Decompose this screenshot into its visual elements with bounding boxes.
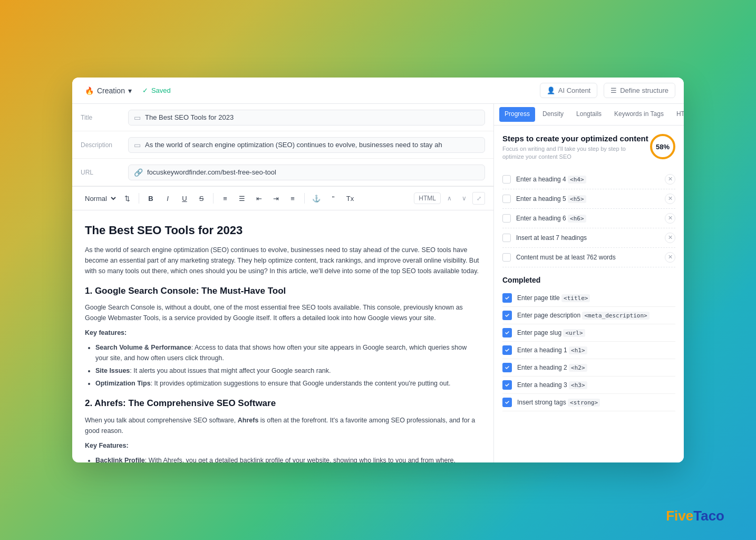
ordered-list-button[interactable]: ☰ — [235, 191, 249, 206]
step-checkbox-h5[interactable] — [502, 195, 511, 203]
check-icon — [502, 380, 512, 390]
tab-html-tags[interactable]: HTML Tags — [670, 104, 684, 125]
format-arrows-icon: ⇅ — [120, 191, 134, 206]
toolbar-divider-1 — [139, 193, 139, 204]
completed-item-description: Enter page description <meta_description… — [502, 307, 675, 324]
url-input-area[interactable]: 🔗 — [128, 165, 485, 180]
title-input-area[interactable]: ▭ — [128, 110, 485, 126]
check-icon — [502, 328, 512, 338]
description-input[interactable] — [145, 141, 479, 149]
unordered-list-button[interactable]: ≡ — [218, 191, 232, 206]
app-container: 🔥 Creation ▾ ✓ Saved 👤 AI Content ☰ Defi… — [72, 78, 684, 462]
html-button[interactable]: HTML — [414, 192, 441, 204]
step-checkbox-wordcount[interactable] — [502, 253, 511, 262]
underline-button[interactable]: U — [177, 191, 192, 206]
section2-key-features: Key Features: — [85, 440, 481, 451]
meta-fields: Title ▭ Description ▭ URL � — [72, 104, 493, 187]
brand-part2: Taco — [693, 508, 724, 524]
step-checkbox-h6[interactable] — [502, 214, 511, 223]
step-dismiss-h4[interactable]: ✕ — [665, 174, 675, 185]
quote-button[interactable]: " — [326, 191, 341, 206]
step-item-h4: Enter a heading 4 <h4> ✕ — [502, 170, 675, 189]
tab-longtails[interactable]: Longtails — [570, 104, 608, 125]
indent-right-button[interactable]: ⇥ — [268, 191, 283, 206]
article-intro: As the world of search engine optimizati… — [85, 245, 481, 276]
step-label-wordcount: Content must be at least 762 words — [516, 254, 660, 261]
saved-label: Saved — [151, 86, 171, 94]
step-checkbox-7headings[interactable] — [502, 234, 511, 242]
completed-item-h3: Enter a heading 3 <h3> — [502, 377, 675, 394]
undo-button[interactable]: ∧ — [443, 192, 455, 205]
completed-item-h2: Enter a heading 2 <h2> — [502, 359, 675, 377]
description-label: Description — [81, 141, 128, 149]
step-dismiss-wordcount[interactable]: ✕ — [665, 252, 675, 263]
step-item-h5: Enter a heading 5 <h5> ✕ — [502, 189, 675, 209]
progress-subtitle: Focus on writing and I'll take you step … — [502, 145, 639, 161]
list-item: Search Volume & Performance: Access to d… — [95, 342, 481, 363]
title-label: Title — [81, 114, 128, 121]
check-icon — [502, 293, 512, 303]
list-icon: ☰ — [610, 86, 617, 94]
define-structure-button[interactable]: ☰ Define structure — [604, 83, 675, 98]
progress-header: Steps to create your optimized content F… — [502, 134, 675, 161]
top-bar: 🔥 Creation ▾ ✓ Saved 👤 AI Content ☰ Defi… — [72, 78, 684, 104]
creation-label: Creation — [97, 86, 125, 95]
content-area[interactable]: The Best SEO Tools for 2023 As the world… — [72, 210, 493, 462]
tab-progress[interactable]: Progress — [499, 107, 535, 122]
step-dismiss-7headings[interactable]: ✕ — [665, 233, 675, 243]
title-icon: ▭ — [134, 113, 141, 122]
align-button[interactable]: ≡ — [285, 191, 300, 206]
progress-title: Steps to create your optimized content — [502, 134, 648, 143]
step-item-7headings: Insert at least 7 headings ✕ — [502, 228, 675, 248]
check-icon — [502, 311, 512, 320]
right-panel: Progress Density Longtails Keywords in T… — [494, 104, 684, 462]
editor-panel: Title ▭ Description ▭ URL � — [72, 104, 494, 462]
title-row: Title ▭ — [72, 104, 493, 131]
define-structure-label: Define structure — [620, 86, 668, 94]
branding: FiveTaco — [666, 508, 724, 524]
description-input-area[interactable]: ▭ — [128, 137, 485, 153]
section1-features-list: Search Volume & Performance: Access to d… — [95, 342, 481, 389]
toolbar-divider-3 — [304, 193, 305, 204]
list-item: Backlink Profile: With Ahrefs, you get a… — [95, 455, 481, 462]
tab-keywords-in-tags[interactable]: Keywords in Tags — [608, 104, 670, 125]
step-checkbox-h4[interactable] — [502, 175, 511, 184]
flame-icon: 🔥 — [85, 86, 94, 95]
format-select[interactable]: Normal — [81, 193, 118, 204]
link-button[interactable]: ⚓ — [309, 191, 324, 206]
step-label-h5: Enter a heading 5 <h5> — [516, 195, 660, 202]
completed-label-strong: Insert strong tags <strong> — [517, 399, 600, 406]
completed-item-strong: Insert strong tags <strong> — [502, 394, 675, 411]
italic-button[interactable]: I — [160, 191, 175, 206]
completed-label-description: Enter page description <meta_description… — [517, 312, 650, 319]
section2-features-list: Backlink Profile: With Ahrefs, you get a… — [95, 455, 481, 462]
step-item-h6: Enter a heading 6 <h6> ✕ — [502, 209, 675, 228]
url-input[interactable] — [147, 168, 479, 176]
step-dismiss-h6[interactable]: ✕ — [665, 213, 675, 224]
section1-intro: Google Search Console is, without a doub… — [85, 302, 481, 323]
saved-badge: ✓ Saved — [142, 86, 171, 94]
right-tabs: Progress Density Longtails Keywords in T… — [494, 104, 684, 126]
completed-item-slug: Enter page slug <url> — [502, 324, 675, 342]
strikethrough-button[interactable]: S — [194, 191, 209, 206]
progress-circle: 58% — [650, 134, 675, 159]
bold-button[interactable]: B — [143, 191, 158, 206]
tab-density[interactable]: Density — [536, 104, 570, 125]
list-item: Site Issues: It alerts you about issues … — [95, 365, 481, 376]
pending-steps-list: Enter a heading 4 <h4> ✕ Enter a heading… — [502, 170, 675, 267]
ai-content-button[interactable]: 👤 AI Content — [540, 83, 597, 98]
step-dismiss-h5[interactable]: ✕ — [665, 194, 675, 204]
expand-button[interactable]: ⤢ — [472, 192, 485, 205]
section2-intro: When you talk about comprehensive SEO so… — [85, 415, 481, 436]
indent-left-button[interactable]: ⇤ — [251, 191, 266, 206]
redo-button[interactable]: ∨ — [458, 192, 470, 205]
clear-format-button[interactable]: Tx — [343, 191, 357, 206]
creation-menu[interactable]: 🔥 Creation ▾ — [81, 84, 136, 97]
title-input[interactable] — [145, 113, 479, 121]
progress-text: Steps to create your optimized content F… — [502, 134, 648, 161]
brand-part1: Five — [666, 508, 693, 524]
completed-title: Completed — [502, 276, 675, 284]
step-item-wordcount: Content must be at least 762 words ✕ — [502, 248, 675, 267]
description-row: Description ▭ — [72, 131, 493, 159]
toolbar-divider-2 — [213, 193, 214, 204]
